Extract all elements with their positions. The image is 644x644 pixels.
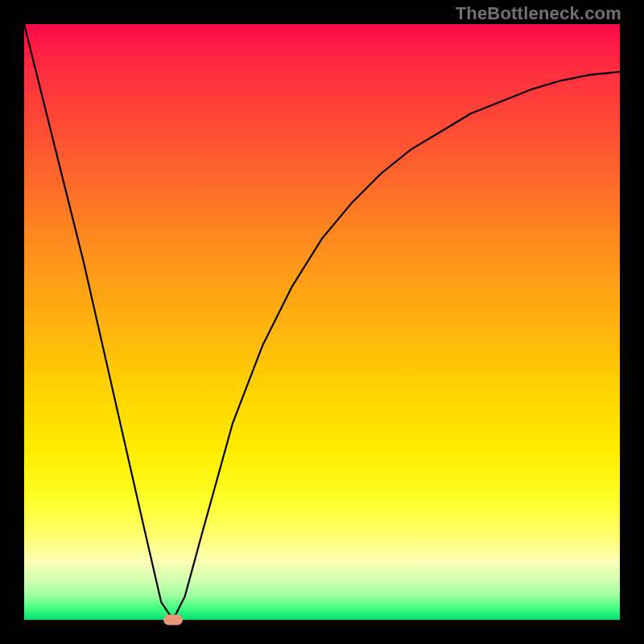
plot-area (24, 24, 620, 620)
watermark-text: TheBottleneck.com (456, 3, 621, 24)
optimum-marker (163, 615, 183, 625)
chart-frame: TheBottleneck.com (0, 0, 644, 644)
bottleneck-curve (24, 24, 620, 620)
